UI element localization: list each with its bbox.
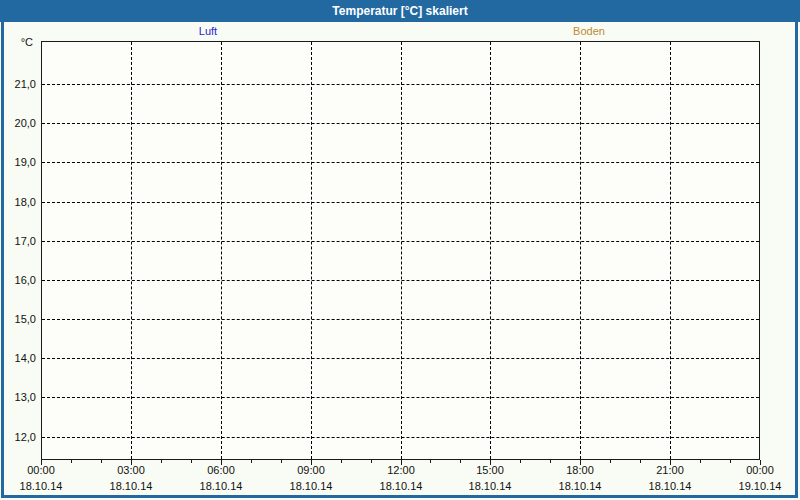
x-minor-tick [251,460,252,463]
x-gridline [401,42,402,459]
y-tick-label: 21,0 [0,78,36,90]
y-tick-label: 17,0 [0,235,36,247]
x-minor-tick [550,460,551,463]
x-gridline [131,42,132,459]
chart-window: Temperatur [°C] skaliert Luft Boden °C 2… [0,0,800,500]
x-minor-tick [640,460,641,463]
legend-item-luft: Luft [199,25,217,37]
x-minor-tick [161,460,162,463]
x-date-label: 18.10.14 [458,480,522,492]
x-date-label: 19.10.14 [728,480,792,492]
x-minor-tick [700,460,701,463]
x-gridline [670,42,671,459]
x-date-label: 18.10.14 [638,480,702,492]
y-tick-label: 13,0 [0,391,36,403]
y-tick-label: 16,0 [0,274,36,286]
x-date-label: 18.10.14 [99,480,163,492]
x-date-label: 18.10.14 [548,480,612,492]
x-time-label: 18:00 [548,464,612,476]
x-minor-tick [341,460,342,463]
x-minor-tick [371,460,372,463]
y-tick-label: 19,0 [0,156,36,168]
x-gridline [221,42,222,459]
x-date-label: 18.10.14 [279,480,343,492]
x-gridline [311,42,312,459]
x-minor-tick [520,460,521,463]
y-axis-unit-label: °C [0,36,33,48]
y-tick-label: 12,0 [0,431,36,443]
window-border-left [1,22,4,498]
x-time-label: 03:00 [99,464,163,476]
x-minor-tick [101,460,102,463]
x-minor-tick [610,460,611,463]
x-time-label: 12:00 [369,464,433,476]
y-tick-label: 15,0 [0,313,36,325]
x-minor-tick [460,460,461,463]
x-minor-tick [730,460,731,463]
x-minor-tick [191,460,192,463]
x-time-label: 21:00 [638,464,702,476]
x-gridline [580,42,581,459]
x-date-label: 18.10.14 [369,480,433,492]
window-title: Temperatur [°C] skaliert [332,4,467,18]
y-tick-label: 18,0 [0,196,36,208]
x-minor-tick [281,460,282,463]
legend-item-boden: Boden [573,25,605,37]
x-time-label: 06:00 [189,464,253,476]
x-date-label: 18.10.14 [189,480,253,492]
plot-area [41,41,760,460]
x-time-label: 15:00 [458,464,522,476]
x-date-label: 18.10.14 [9,480,73,492]
y-tick-label: 14,0 [0,352,36,364]
x-time-label: 00:00 [728,464,792,476]
x-gridline [490,42,491,459]
window-border-right [795,22,798,498]
y-tick-label: 20,0 [0,117,36,129]
window-border-bottom [1,495,798,498]
x-time-label: 00:00 [9,464,73,476]
x-minor-tick [430,460,431,463]
x-time-label: 09:00 [279,464,343,476]
title-bar: Temperatur [°C] skaliert [0,0,800,22]
x-minor-tick [71,460,72,463]
